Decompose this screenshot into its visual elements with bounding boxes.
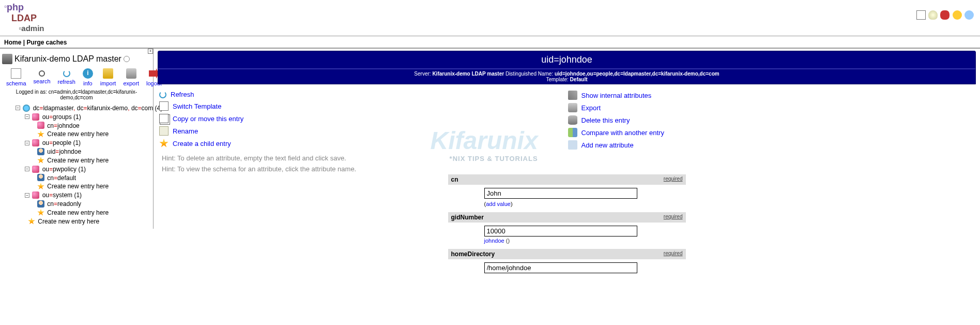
tree-cn-johndoe[interactable]: cn=johndoe — [47, 122, 79, 129]
sidebar: + Kifarunix-demo LDAP master schema sear… — [0, 49, 154, 229]
required-label: required — [664, 250, 683, 256]
entry-title: uid=johndoe — [158, 51, 975, 68]
action-delete-this-entry[interactable]: Delete this entry — [568, 114, 975, 126]
action-rename[interactable]: Rename — [159, 125, 566, 137]
action-compare-with-another-entry[interactable]: Compare with another entry — [568, 126, 975, 139]
search-link[interactable]: search — [34, 78, 51, 84]
tree-toggle[interactable]: − — [16, 106, 20, 110]
menu-sep: | — [21, 39, 26, 46]
smiley-icon[interactable] — [953, 10, 962, 20]
tree-toggle[interactable]: − — [25, 193, 29, 198]
action-label: Copy or move this entry — [173, 115, 243, 123]
import-icon[interactable] — [103, 68, 113, 79]
action-label: Delete this entry — [581, 116, 630, 124]
app-logo: ▫php LDAP ▫admin — [0, 0, 49, 35]
action-label: Compare with another entry — [581, 129, 664, 137]
action-icon — [568, 140, 577, 150]
action-label: Create a child entry — [173, 140, 231, 147]
doc-icon[interactable] — [916, 10, 926, 20]
action-show-internal-attributes[interactable]: Show internal attributes — [568, 89, 975, 101]
info-link[interactable]: info — [83, 80, 93, 86]
group-icon — [32, 191, 39, 199]
tree-ou-groups[interactable]: ou=groups (1) — [42, 113, 81, 121]
tree-ou-people[interactable]: ou=people (1) — [42, 139, 81, 146]
refresh-link[interactable]: refresh — [58, 79, 75, 85]
action-icon — [159, 101, 169, 111]
schema-link[interactable]: schema — [6, 80, 26, 86]
purge-caches-link[interactable]: Purge caches — [26, 39, 67, 46]
star-icon — [28, 218, 35, 225]
group-icon — [37, 122, 44, 129]
group-ref[interactable]: johndoe () — [484, 238, 686, 244]
tree-cn-readonly[interactable]: cn=readonly — [47, 200, 81, 208]
user-icon — [37, 148, 44, 155]
home-link[interactable]: Home — [4, 39, 21, 46]
tree-create-entry[interactable]: Create new entry here — [47, 130, 109, 138]
tree-toggle[interactable]: − — [25, 114, 29, 119]
bug-icon[interactable] — [940, 10, 950, 20]
action-label: Refresh — [171, 91, 194, 98]
sidebar-expand-button[interactable]: + — [148, 49, 153, 54]
tree-create-entry[interactable]: Create new entry here — [47, 209, 109, 216]
star-icon — [37, 209, 44, 216]
action-add-new-attribute[interactable]: Add new attribute — [568, 139, 975, 151]
star-icon — [37, 183, 44, 190]
action-icon — [568, 128, 577, 137]
info-icon[interactable]: i — [83, 68, 93, 79]
logged-in-as: Logged in as: cn=admin,dc=ldapmaster,dc=… — [2, 88, 151, 104]
action-create-a-child-entry[interactable]: Create a child entry — [159, 137, 566, 150]
server-title: Kifarunix-demo LDAP master — [2, 52, 151, 67]
add-value-link[interactable]: (add value) — [484, 201, 686, 207]
ldap-tree: − dc=ldapmaster, dc=kifarunix-demo, dc=c… — [2, 104, 151, 226]
attr-gidNumber: gidNumberrequiredjohndoe () — [448, 212, 686, 249]
search-icon[interactable] — [39, 70, 45, 77]
tree-toggle[interactable]: − — [25, 141, 29, 145]
attr-input-cn[interactable] — [484, 188, 637, 199]
action-export[interactable]: Export — [568, 101, 975, 114]
action-icon — [159, 91, 166, 98]
export-link[interactable]: export — [123, 80, 139, 86]
tree-ou-system[interactable]: ou=system (1) — [42, 191, 82, 199]
action-switch-template[interactable]: Switch Template — [159, 100, 566, 112]
group-icon — [32, 139, 39, 146]
attr-header[interactable]: homeDirectoryrequired — [448, 249, 686, 259]
user-icon — [37, 174, 44, 181]
tree-toggle[interactable]: − — [25, 167, 29, 171]
required-label: required — [664, 214, 683, 219]
globe-icon — [23, 105, 30, 112]
tree-root[interactable]: dc=ldapmaster, dc=kifarunix-demo, dc=com… — [33, 105, 163, 112]
action-icon — [159, 126, 169, 136]
schema-icon[interactable] — [11, 68, 21, 79]
tree-ou-pwpolicy[interactable]: ou=pwpolicy (1) — [42, 166, 86, 173]
action-icon — [568, 115, 577, 125]
action-label: Export — [581, 104, 601, 112]
import-link[interactable]: import — [100, 80, 116, 86]
action-refresh[interactable]: Refresh — [159, 89, 566, 100]
export-icon[interactable] — [126, 68, 136, 79]
help-icon[interactable] — [964, 10, 974, 20]
attr-header[interactable]: gidNumberrequired — [448, 212, 686, 223]
attr-cn: cnrequired(add value) — [448, 174, 686, 212]
main-content: Kifarunix *NIX TIPS & TUTORIALS uid=john… — [154, 49, 980, 280]
tree-uid-johndoe[interactable]: uid=johndoe — [47, 148, 81, 155]
menubar: Home | Purge caches — [0, 37, 980, 49]
star-icon — [37, 157, 44, 164]
action-copy-or-move-this-entry[interactable]: Copy or move this entry — [159, 112, 566, 125]
tree-create-entry[interactable]: Create new entry here — [47, 183, 109, 190]
action-label: Rename — [173, 127, 198, 135]
action-icon — [159, 139, 169, 148]
attr-input-homeDirectory[interactable] — [484, 262, 637, 273]
refresh-icon[interactable] — [63, 70, 70, 77]
server-icon — [2, 54, 12, 64]
action-icon — [568, 103, 577, 112]
hint-text: Hint: To view the schema for an attribut… — [158, 164, 976, 174]
attr-header[interactable]: cnrequired — [448, 174, 686, 185]
attr-input-gidNumber[interactable] — [484, 226, 637, 237]
bulb-icon[interactable] — [928, 10, 938, 20]
tree-create-entry[interactable]: Create new entry here — [47, 157, 109, 164]
tree-cn-default[interactable]: cn=default — [47, 174, 76, 181]
entry-header: uid=johndoe Server: Kifarunix-demo LDAP … — [158, 51, 976, 84]
top-toolbar — [915, 0, 980, 20]
tree-create-entry[interactable]: Create new entry here — [38, 218, 99, 225]
group-icon — [32, 166, 39, 173]
